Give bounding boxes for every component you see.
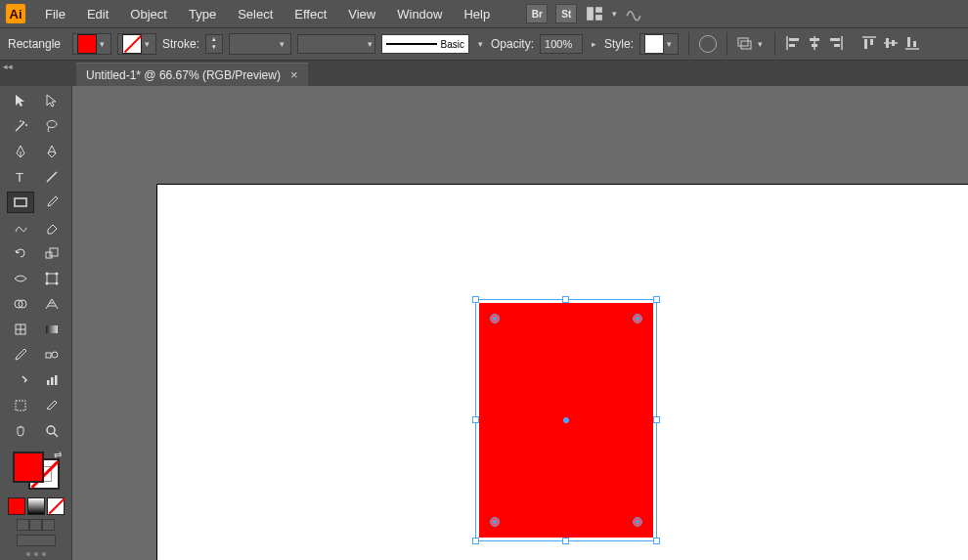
- align-panel-icon[interactable]: ▾: [737, 37, 765, 51]
- document-tab-title: Untitled-1* @ 66.67% (RGB/Preview): [86, 68, 281, 82]
- style-swatch: [644, 34, 664, 54]
- arrange-documents-icon[interactable]: [586, 6, 603, 22]
- rotate-tool[interactable]: [7, 242, 34, 264]
- blend-tool[interactable]: [38, 344, 66, 366]
- menu-window[interactable]: Window: [387, 3, 452, 25]
- draw-normal-icon[interactable]: [17, 519, 29, 531]
- menu-type[interactable]: Type: [179, 3, 226, 25]
- document-tab[interactable]: Untitled-1* @ 66.67% (RGB/Preview) ×: [76, 63, 308, 86]
- align-center-h-icon[interactable]: [807, 35, 822, 54]
- svg-rect-21: [907, 37, 910, 47]
- menu-select[interactable]: Select: [228, 3, 283, 25]
- stroke-weight-stepper[interactable]: ▴▾: [205, 34, 223, 54]
- stroke-weight-dropdown[interactable]: ▾: [229, 33, 291, 55]
- type-tool[interactable]: T: [7, 166, 34, 188]
- curvature-tool[interactable]: [38, 141, 66, 162]
- svg-rect-7: [789, 44, 795, 47]
- menu-view[interactable]: View: [338, 3, 385, 25]
- selection-tool[interactable]: [7, 90, 34, 111]
- menu-object[interactable]: Object: [120, 3, 177, 25]
- svg-rect-13: [834, 44, 840, 47]
- gpu-preview-icon[interactable]: [625, 6, 642, 22]
- direct-selection-tool[interactable]: [38, 90, 66, 111]
- mesh-tool[interactable]: [7, 319, 34, 340]
- fill-stroke-indicator[interactable]: ⇄: [13, 452, 60, 490]
- symbol-sprayer-tool[interactable]: [7, 369, 34, 391]
- stock-icon[interactable]: St: [555, 4, 577, 23]
- color-mode-none[interactable]: [47, 497, 65, 515]
- menu-file[interactable]: File: [35, 3, 75, 25]
- column-graph-tool[interactable]: [38, 369, 66, 391]
- align-center-v-icon[interactable]: [883, 35, 899, 54]
- tab-close-button[interactable]: ×: [290, 67, 298, 82]
- fill-color-dropdown[interactable]: ▾: [72, 33, 111, 55]
- graphic-style-dropdown[interactable]: ▾: [639, 33, 679, 55]
- edit-toolbar-icon[interactable]: [26, 552, 46, 556]
- align-top-icon[interactable]: [861, 35, 877, 54]
- menu-effect[interactable]: Effect: [285, 3, 336, 25]
- svg-text:T: T: [16, 170, 23, 185]
- menu-edit[interactable]: Edit: [77, 3, 118, 25]
- magic-wand-tool[interactable]: [7, 115, 34, 137]
- pen-tool[interactable]: [7, 141, 34, 162]
- svg-rect-9: [810, 38, 819, 41]
- align-bottom-icon[interactable]: [904, 35, 920, 54]
- svg-point-30: [45, 273, 48, 276]
- bridge-icon[interactable]: Br: [526, 4, 548, 23]
- toolbox: T: [0, 86, 72, 560]
- stroke-label: Stroke:: [162, 37, 199, 51]
- draw-behind-icon[interactable]: [29, 519, 42, 531]
- align-left-icon[interactable]: [785, 35, 801, 54]
- color-mode-solid[interactable]: [8, 497, 25, 515]
- eraser-tool[interactable]: [38, 217, 66, 238]
- svg-point-41: [52, 352, 58, 358]
- scale-tool[interactable]: [38, 242, 66, 264]
- svg-rect-27: [46, 252, 52, 258]
- shape-builder-tool[interactable]: [7, 293, 34, 315]
- arrange-caret-icon[interactable]: ▾: [609, 9, 619, 19]
- svg-point-31: [55, 273, 58, 276]
- free-transform-tool[interactable]: [38, 268, 66, 289]
- screen-mode-icon[interactable]: [17, 535, 56, 546]
- stroke-color-dropdown[interactable]: ▾: [117, 33, 156, 55]
- zoom-tool[interactable]: [38, 420, 66, 442]
- svg-rect-39: [46, 325, 58, 333]
- brush-definition-dropdown[interactable]: Basic: [381, 34, 469, 54]
- svg-rect-18: [886, 38, 889, 48]
- opacity-caret-icon[interactable]: ▸: [589, 39, 598, 49]
- fill-indicator[interactable]: [13, 452, 44, 483]
- recolor-artwork-icon[interactable]: [699, 35, 717, 53]
- canvas-area[interactable]: [72, 86, 968, 560]
- perspective-grid-tool[interactable]: [38, 293, 66, 315]
- opacity-input[interactable]: 100%: [540, 34, 583, 54]
- variable-width-profile-dropdown[interactable]: ▾: [297, 34, 375, 54]
- svg-rect-29: [47, 274, 57, 283]
- lasso-tool[interactable]: [38, 115, 66, 137]
- menu-help[interactable]: Help: [454, 3, 500, 25]
- align-right-icon[interactable]: [828, 35, 844, 54]
- svg-rect-3: [738, 38, 748, 46]
- draw-inside-icon[interactable]: [42, 519, 55, 531]
- swap-fill-stroke-icon[interactable]: ⇄: [54, 450, 62, 460]
- color-mode-gradient[interactable]: [27, 497, 45, 515]
- svg-rect-10: [812, 44, 817, 47]
- artboard-tool[interactable]: [7, 395, 34, 416]
- line-segment-tool[interactable]: [38, 166, 66, 188]
- gradient-tool[interactable]: [38, 319, 66, 340]
- width-tool[interactable]: [7, 268, 34, 289]
- svg-rect-40: [46, 353, 51, 358]
- svg-rect-4: [741, 41, 751, 49]
- collapse-panels-icon[interactable]: ◂◂: [0, 61, 16, 72]
- slice-tool[interactable]: [38, 395, 66, 416]
- brush-caret-icon[interactable]: ▾: [475, 39, 485, 49]
- rectangle-shape[interactable]: [479, 303, 653, 538]
- hand-tool[interactable]: [7, 420, 34, 442]
- eyedropper-tool[interactable]: [7, 344, 34, 366]
- main-area: T: [0, 86, 968, 560]
- color-mode-row: [8, 497, 65, 515]
- paintbrush-tool[interactable]: [38, 192, 66, 213]
- shaper-tool[interactable]: [7, 217, 34, 238]
- menu-bar: Ai File Edit Object Type Select Effect V…: [0, 0, 968, 27]
- rectangle-tool[interactable]: [7, 192, 34, 213]
- style-label: Style:: [604, 37, 634, 51]
